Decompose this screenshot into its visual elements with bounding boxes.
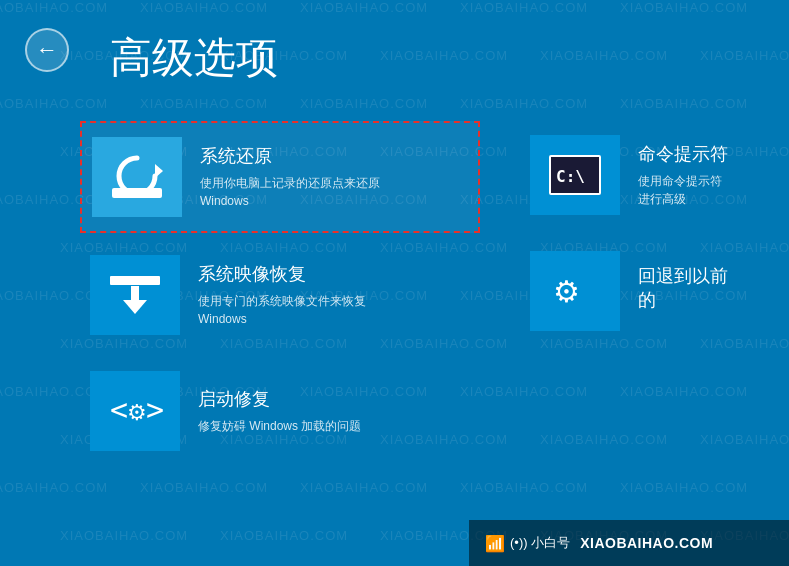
option-cmd[interactable]: C:\ 命令提示符 使用命令提示符进行高级 <box>520 121 739 229</box>
restore-icon <box>107 150 167 205</box>
svg-text:⚙: ⚙ <box>553 275 580 308</box>
image-restore-desc: 使用专门的系统映像文件来恢复 Windows <box>198 292 470 328</box>
option-rollback[interactable]: ⚙ 回退到以前的 <box>520 237 739 345</box>
svg-rect-2 <box>110 276 160 285</box>
image-restore-icon <box>105 268 165 323</box>
restore-desc: 使用你电脑上记录的还原点来还原 Windows <box>200 174 468 210</box>
cmd-desc: 使用命令提示符进行高级 <box>638 172 729 208</box>
svg-text:C:\: C:\ <box>556 167 585 186</box>
right-column: C:\ 命令提示符 使用命令提示符进行高级 ⚙ 回 <box>520 121 739 465</box>
svg-rect-3 <box>131 286 139 300</box>
cmd-icon-container: C:\ <box>530 135 620 215</box>
rollback-title: 回退到以前的 <box>638 264 729 312</box>
back-arrow-icon: ← <box>36 39 58 61</box>
rollback-icon-container: ⚙ <box>530 251 620 331</box>
wifi-icon: 📶 <box>485 534 505 553</box>
startup-repair-text: 启动修复 修复妨碍 Windows 加载的问题 <box>198 387 470 435</box>
option-image-restore[interactable]: 系统映像恢复 使用专门的系统映像文件来恢复 Windows <box>80 241 480 349</box>
bottom-site: XIAOBAIHAO.COM <box>580 535 713 551</box>
svg-marker-1 <box>155 164 163 178</box>
svg-text:<: < <box>110 392 128 427</box>
restore-text: 系统还原 使用你电脑上记录的还原点来还原 Windows <box>200 144 468 210</box>
svg-marker-4 <box>123 300 147 314</box>
image-restore-title: 系统映像恢复 <box>198 262 470 286</box>
main-content: 高级选项 系统还原 <box>0 0 789 485</box>
cmd-icon: C:\ <box>545 148 605 203</box>
bottom-bar: 📶 (•)) 小白号 XIAOBAIHAO.COM <box>469 520 789 566</box>
rollback-icon: ⚙ <box>545 264 605 319</box>
cmd-text: 命令提示符 使用命令提示符进行高级 <box>638 142 729 208</box>
cmd-title: 命令提示符 <box>638 142 729 166</box>
restore-icon-container <box>92 137 182 217</box>
image-restore-text: 系统映像恢复 使用专门的系统映像文件来恢复 Windows <box>198 262 470 328</box>
option-startup-repair[interactable]: < ⚙ > 启动修复 修复妨碍 Windows 加载的问题 <box>80 357 480 465</box>
back-button[interactable]: ← <box>25 28 69 72</box>
image-icon-container <box>90 255 180 335</box>
page-title: 高级选项 <box>80 30 739 86</box>
restore-title: 系统还原 <box>200 144 468 168</box>
startup-repair-desc: 修复妨碍 Windows 加载的问题 <box>198 417 470 435</box>
bottom-logo: 📶 (•)) 小白号 <box>485 534 570 553</box>
svg-text:>: > <box>146 392 164 427</box>
left-column: 系统还原 使用你电脑上记录的还原点来还原 Windows <box>80 121 480 465</box>
rollback-text: 回退到以前的 <box>638 264 729 318</box>
svg-text:⚙: ⚙ <box>127 400 147 425</box>
startup-icon-container: < ⚙ > <box>90 371 180 451</box>
options-container: 系统还原 使用你电脑上记录的还原点来还原 Windows <box>80 121 739 465</box>
option-system-restore[interactable]: 系统还原 使用你电脑上记录的还原点来还原 Windows <box>80 121 480 233</box>
startup-repair-title: 启动修复 <box>198 387 470 411</box>
startup-icon: < ⚙ > <box>105 384 165 439</box>
logo-text: (•)) 小白号 <box>510 534 570 552</box>
